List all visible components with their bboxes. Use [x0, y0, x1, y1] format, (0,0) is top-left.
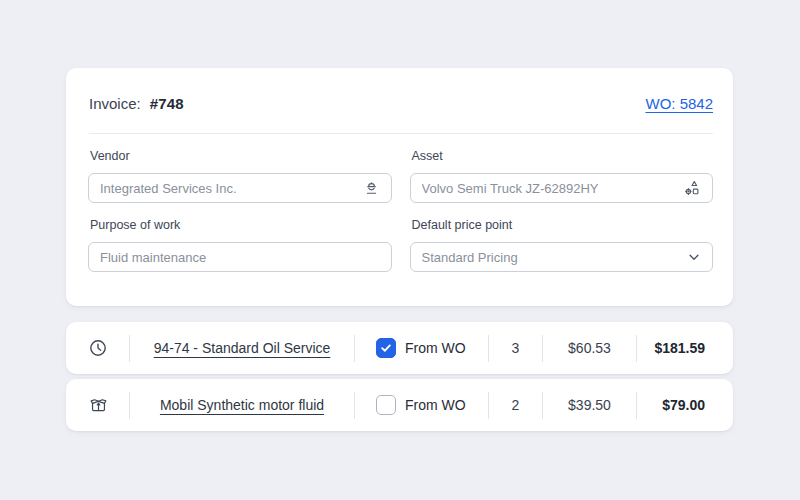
purpose-label: Purpose of work — [90, 218, 392, 232]
purpose-field[interactable]: Fluid maintenance — [88, 242, 392, 272]
invoice-label: Invoice: — [89, 95, 141, 112]
invoice-card: Invoice: #748 WO: 5842 Vendor Asset Inte… — [66, 68, 733, 306]
vendor-label: Vendor — [90, 149, 392, 163]
invoice-title: Invoice: #748 — [89, 95, 184, 112]
clock-icon — [88, 338, 108, 358]
unit-price-value: $60.53 — [543, 340, 636, 356]
unit-price-value: $39.50 — [543, 397, 636, 413]
quantity-value: 3 — [489, 340, 542, 356]
line-total-value: $181.59 — [637, 340, 705, 356]
price-point-value: Standard Pricing — [422, 250, 688, 265]
invoice-form: Vendor Asset Integrated Services Inc. Vo… — [66, 134, 733, 272]
price-point-select[interactable]: Standard Pricing — [410, 242, 714, 272]
invoice-number: #748 — [150, 95, 184, 112]
work-order-link[interactable]: WO: 5842 — [645, 95, 713, 112]
line-item-link[interactable]: Mobil Synthetic motor fluid — [160, 397, 324, 413]
from-wo-label: From WO — [405, 397, 466, 413]
line-item-link[interactable]: 94-74 - Standard Oil Service — [154, 340, 331, 356]
from-wo-checkbox[interactable] — [376, 395, 396, 415]
line-total-value: $79.00 — [637, 397, 705, 413]
line-item-row: 94-74 - Standard Oil Service From WO 3 $… — [66, 322, 733, 374]
vendor-field[interactable]: Integrated Services Inc. — [88, 173, 392, 203]
line-item-row: Mobil Synthetic motor fluid From WO 2 $3… — [66, 379, 733, 431]
asset-value: Volvo Semi Truck JZ-62892HY — [422, 181, 684, 196]
asset-label: Asset — [412, 149, 714, 163]
from-wo-label: From WO — [405, 340, 466, 356]
price-point-label: Default price point — [412, 218, 714, 232]
package-icon — [88, 395, 108, 416]
from-wo-checkbox[interactable] — [376, 338, 396, 358]
purpose-value: Fluid maintenance — [100, 250, 380, 265]
vendor-person-icon — [363, 180, 380, 197]
quantity-value: 2 — [489, 397, 542, 413]
asset-shapes-icon — [683, 179, 701, 197]
asset-field[interactable]: Volvo Semi Truck JZ-62892HY — [410, 173, 714, 203]
vendor-value: Integrated Services Inc. — [100, 181, 363, 196]
chevron-down-icon — [687, 250, 701, 264]
invoice-header: Invoice: #748 WO: 5842 — [66, 68, 733, 112]
